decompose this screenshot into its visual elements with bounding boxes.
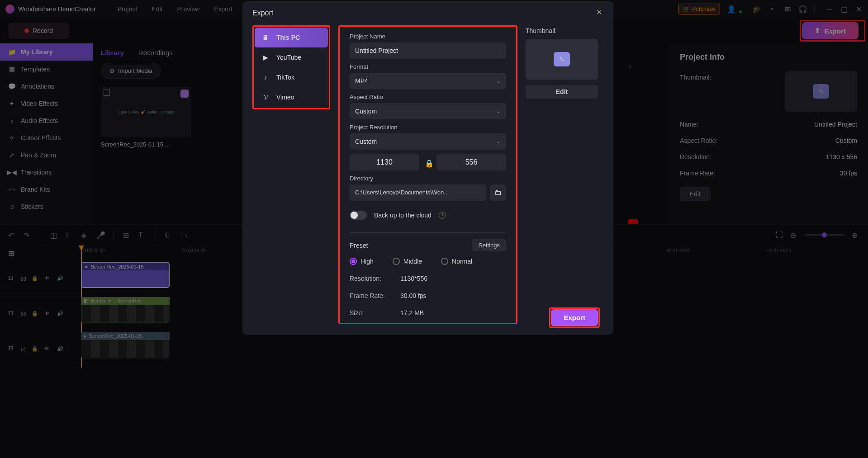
- edit-pencil-icon: ✎: [554, 52, 570, 66]
- vimeo-icon: 𝓥: [261, 94, 270, 101]
- toggle-knob: [351, 212, 358, 219]
- export-thumbnail-column: Thumbnail: ✎ Edit: [526, 25, 603, 324]
- browse-folder-button[interactable]: 🗀: [490, 184, 506, 201]
- radio-label: High: [360, 258, 374, 265]
- dest-this-pc[interactable]: 🖥This PC: [255, 28, 328, 47]
- aspect-value: Custom: [355, 108, 377, 115]
- modal-export-highlight: Export: [549, 307, 600, 328]
- youtube-icon: ▶: [261, 54, 270, 61]
- format-label: Format: [350, 63, 506, 70]
- preset-middle-radio[interactable]: Middle: [393, 258, 422, 265]
- modal-title: Export: [242, 1, 613, 25]
- export-modal: Export ✕ 🖥This PC ▶YouTube ♪TikTok 𝓥Vime…: [242, 1, 613, 335]
- output-resolution-label: Resolution:: [350, 275, 390, 282]
- output-resolution-value: 1130*556: [400, 275, 427, 282]
- directory-input[interactable]: C:\Users\Lenovo\Documents\Won...: [350, 184, 486, 201]
- lock-aspect-icon[interactable]: 🔒: [425, 159, 431, 165]
- radio-label: Normal: [452, 258, 472, 265]
- dest-tiktok[interactable]: ♪TikTok: [255, 67, 328, 87]
- output-fps-label: Frame Rate:: [350, 292, 390, 299]
- format-value: MP4: [355, 77, 368, 85]
- cloud-backup-label: Back up to the cloud: [374, 212, 432, 219]
- dest-youtube[interactable]: ▶YouTube: [255, 47, 328, 67]
- aspect-ratio-label: Aspect Ratio: [350, 94, 506, 100]
- dest-label: YouTube: [276, 54, 301, 61]
- project-resolution-select[interactable]: Custom⌄: [350, 133, 506, 150]
- thumbnail-edit-button[interactable]: Edit: [526, 85, 598, 99]
- chevron-down-icon: ⌄: [496, 108, 501, 114]
- preset-label: Preset: [350, 242, 368, 249]
- output-size-label: Size:: [350, 309, 390, 316]
- cloud-backup-toggle[interactable]: [350, 211, 367, 220]
- chevron-down-icon: ⌄: [496, 78, 501, 84]
- format-select[interactable]: MP4⌄: [350, 73, 506, 89]
- output-fps-value: 30.00 fps: [400, 292, 427, 299]
- preset-normal-radio[interactable]: Normal: [441, 258, 472, 265]
- help-icon[interactable]: ?: [439, 212, 446, 219]
- export-destinations: 🖥This PC ▶YouTube ♪TikTok 𝓥Vimeo: [252, 25, 330, 324]
- folder-icon: 🗀: [494, 189, 502, 197]
- output-size-value: 17.2 MB: [400, 309, 424, 316]
- project-name-input[interactable]: [350, 42, 506, 59]
- preset-high-radio[interactable]: High: [350, 258, 374, 265]
- export-form-highlight: Project Name Format MP4⌄ Aspect Ratio Cu…: [338, 25, 517, 324]
- modal-close-button[interactable]: ✕: [596, 8, 605, 17]
- monitor-icon: 🖥: [261, 34, 270, 41]
- directory-label: Directory: [350, 175, 506, 182]
- tiktok-icon: ♪: [261, 74, 270, 81]
- modal-export-button[interactable]: Export: [551, 309, 598, 326]
- dest-label: This PC: [276, 34, 300, 41]
- project-resolution-label: Project Resolution: [350, 124, 506, 131]
- preset-settings-button[interactable]: Settings: [472, 239, 506, 251]
- resolution-value: Custom: [355, 138, 377, 145]
- resolution-height-input[interactable]: 556: [436, 154, 506, 170]
- chevron-down-icon: ⌄: [496, 138, 501, 145]
- thumbnail-label: Thumbnail:: [526, 27, 603, 34]
- divider: [350, 232, 506, 233]
- dest-label: TikTok: [276, 74, 294, 81]
- project-name-label: Project Name: [350, 33, 506, 40]
- dest-vimeo[interactable]: 𝓥Vimeo: [255, 87, 328, 107]
- radio-label: Middle: [403, 258, 422, 265]
- resolution-width-input[interactable]: 1130: [350, 154, 419, 170]
- thumbnail-preview[interactable]: ✎: [526, 39, 598, 80]
- dest-label: Vimeo: [276, 94, 294, 101]
- aspect-ratio-select[interactable]: Custom⌄: [350, 103, 506, 119]
- preset-radio-group: High Middle Normal: [350, 258, 506, 265]
- export-destinations-highlight: 🖥This PC ▶YouTube ♪TikTok 𝓥Vimeo: [252, 25, 330, 109]
